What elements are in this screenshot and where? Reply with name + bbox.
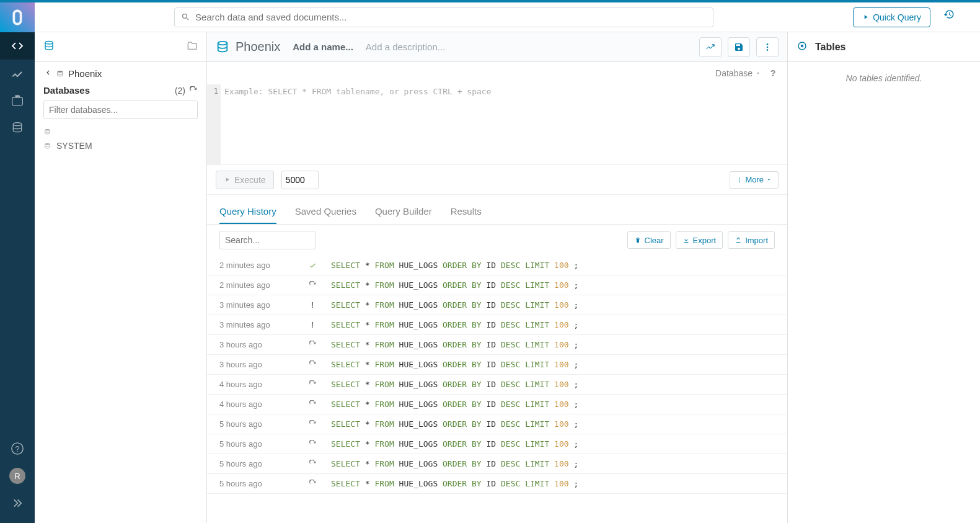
save-button[interactable] [728,37,750,57]
svg-point-5 [45,129,50,131]
svg-point-3 [45,42,53,45]
save-icon [734,42,744,52]
chevron-right-double-icon [11,497,24,509]
history-row[interactable]: 4 hours agoSELECT * FROM HUE_LOGS ORDER … [207,375,787,395]
history-row[interactable]: 3 minutes ago!SELECT * FROM HUE_LOGS ORD… [207,315,787,335]
chart-button[interactable] [699,37,722,57]
avatar: R [9,468,25,484]
nav-user[interactable]: R [0,462,35,489]
database-list-item[interactable] [43,125,198,138]
refresh-icon [309,380,317,388]
history-row[interactable]: 3 minutes ago!SELECT * FROM HUE_LOGS ORD… [207,295,787,315]
svg-point-8 [767,43,769,45]
history-time: 5 hours ago [219,479,294,488]
history-status [294,261,331,269]
nav-expand[interactable] [0,489,35,517]
refresh-icon [309,360,317,369]
assist-database-icon[interactable] [43,40,55,53]
execute-button[interactable]: Execute [216,171,274,189]
svg-point-4 [58,71,63,73]
history-row[interactable]: 5 hours agoSELECT * FROM HUE_LOGS ORDER … [207,454,787,474]
history-sql: SELECT * FROM HUE_LOGS ORDER BY ID DESC … [331,320,775,329]
nav-help[interactable]: ? [0,435,35,462]
more-menu-button[interactable] [756,37,779,57]
editor-title: Phoenix [216,40,280,54]
history-time: 3 minutes ago [219,320,294,329]
help-icon: ? [11,442,24,455]
history-sql: SELECT * FROM HUE_LOGS ORDER BY ID DESC … [331,479,775,488]
more-actions-button[interactable]: More [730,171,779,189]
sql-editor[interactable]: Example: SELECT * FROM tablename, or pre… [221,84,787,164]
check-icon [309,261,317,269]
app-logo[interactable] [0,2,35,32]
history-status [294,480,331,488]
history-status [294,440,331,448]
history-row[interactable]: 5 hours agoSELECT * FROM HUE_LOGS ORDER … [207,414,787,434]
tab-query-builder[interactable]: Query Builder [375,206,432,224]
assist-right-panel: Tables No tables identified. [788,32,980,523]
refresh-icon[interactable] [189,86,198,95]
chevron-left-icon[interactable] [43,68,52,79]
database-small-icon [43,142,51,150]
history-time: 5 hours ago [219,459,294,468]
history-time: 3 minutes ago [219,300,294,310]
limit-input[interactable] [281,171,319,189]
database-small-icon [43,128,51,136]
history-row[interactable]: 2 minutes agoSELECT * FROM HUE_LOGS ORDE… [207,275,787,295]
history-search-input[interactable] [219,231,316,249]
history-row[interactable]: 5 hours agoSELECT * FROM HUE_LOGS ORDER … [207,474,787,494]
database-selector[interactable]: Database [715,68,761,78]
svg-point-15 [801,45,804,48]
briefcase-icon [11,94,24,107]
history-row[interactable]: 3 hours agoSELECT * FROM HUE_LOGS ORDER … [207,355,787,375]
history-time: 3 hours ago [219,360,294,369]
nav-dashboards[interactable] [0,60,35,87]
databases-count: (2) [175,86,185,96]
tab-saved-queries[interactable]: Saved Queries [295,206,356,224]
history-status [294,420,331,428]
svg-point-7 [218,41,227,45]
nav-tables[interactable] [0,114,35,141]
history-sql: SELECT * FROM HUE_LOGS ORDER BY ID DESC … [331,360,775,369]
filter-databases-input[interactable] [43,101,198,119]
nav-editor[interactable] [0,32,35,60]
search-input[interactable] [195,12,707,22]
history-sql: SELECT * FROM HUE_LOGS ORDER BY ID DESC … [331,439,775,449]
database-list-item[interactable]: SYSTEM [43,138,198,153]
history-status: ! [294,320,331,329]
chevron-down-icon [766,177,772,182]
tab-results[interactable]: Results [451,206,482,224]
import-history-button[interactable]: Import [728,231,775,249]
svg-point-11 [739,177,741,179]
clear-history-button[interactable]: Clear [627,231,671,249]
editor-help-button[interactable]: ? [767,68,779,78]
history-row[interactable]: 4 hours agoSELECT * FROM HUE_LOGS ORDER … [207,395,787,414]
add-name-button[interactable]: Add a name... [293,42,353,52]
assist-folder-icon[interactable] [187,40,198,53]
export-history-button[interactable]: Export [676,231,723,249]
svg-point-0 [13,123,21,126]
history-sql: SELECT * FROM HUE_LOGS ORDER BY ID DESC … [331,459,775,468]
refresh-icon [309,341,317,349]
history-sql: SELECT * FROM HUE_LOGS ORDER BY ID DESC … [331,419,775,429]
history-sql: SELECT * FROM HUE_LOGS ORDER BY ID DESC … [331,280,775,290]
svg-text:?: ? [15,444,19,454]
global-search[interactable] [174,7,713,27]
add-description-button[interactable]: Add a description... [366,42,445,52]
history-time: 5 hours ago [219,419,294,429]
history-row[interactable]: 2 minutes agoSELECT * FROM HUE_LOGS ORDE… [207,256,787,275]
quick-query-button[interactable]: Quick Query [853,7,930,27]
nav-documents[interactable] [0,87,35,114]
download-icon [682,236,690,244]
history-row[interactable]: 3 hours agoSELECT * FROM HUE_LOGS ORDER … [207,335,787,355]
history-time: 4 hours ago [219,380,294,389]
history-status [294,360,331,369]
history-row[interactable]: 5 hours agoSELECT * FROM HUE_LOGS ORDER … [207,434,787,454]
history-status: ! [294,300,331,310]
tab-query-history[interactable]: Query History [219,206,276,224]
history-icon[interactable] [937,9,961,20]
refresh-icon [309,281,317,289]
assist-target-icon[interactable] [797,40,808,53]
breadcrumb[interactable]: Phoenix [35,62,206,81]
history-status [294,400,331,408]
